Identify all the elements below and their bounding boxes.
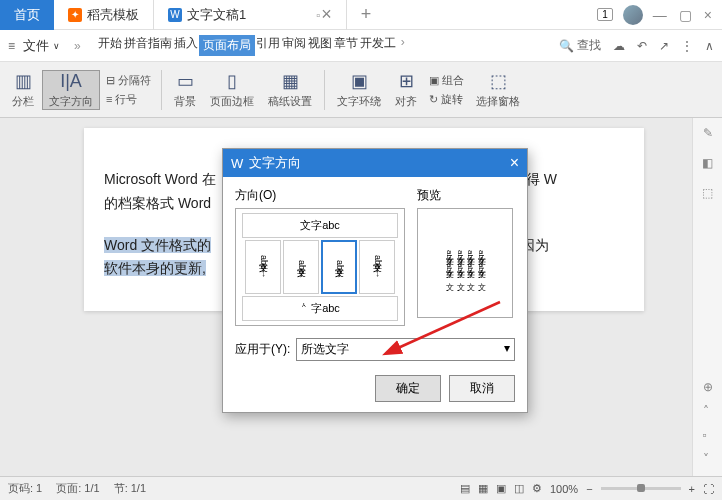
menu-icon[interactable]: ≡ — [8, 39, 15, 53]
orient-bottom[interactable]: ᄉ字abc — [242, 296, 398, 321]
up-icon[interactable]: ˄ — [703, 404, 713, 418]
group-icon: ▣ — [429, 74, 439, 87]
close-icon[interactable]: × — [510, 154, 519, 172]
rotate-button[interactable]: ↻旋转 — [429, 92, 464, 107]
zoom-slider[interactable] — [601, 487, 681, 490]
text: Microsoft Word 在 — [104, 171, 216, 187]
preview-text: 文字abc文字abc文 — [455, 250, 465, 276]
menu-tab-view[interactable]: 视图 — [307, 35, 333, 56]
chevron-down-icon: ▾ — [504, 341, 510, 358]
orient-option-3[interactable]: 文字abc — [321, 240, 357, 294]
preview-label: 预览 — [417, 187, 513, 204]
tab-template[interactable]: ✦ 稻壳模板 — [54, 0, 153, 30]
zoom-value[interactable]: 100% — [550, 483, 578, 495]
edit-icon[interactable]: ✎ — [703, 126, 713, 140]
menu-tab-layout[interactable]: 页面布局 — [199, 35, 255, 56]
palette-icon[interactable]: ◧ — [702, 156, 713, 170]
group-button[interactable]: ▣组合 — [429, 73, 464, 88]
preview-box: 文字abc文字abc文 文字abc文字abc文 文字abc文字abc文 文字ab… — [417, 208, 513, 318]
preview-text: 文字abc文字abc文 — [466, 250, 476, 276]
orient-horizontal[interactable]: 文字abc — [242, 213, 398, 238]
tab-home[interactable]: 首页 — [0, 0, 54, 30]
apply-select[interactable]: 所选文字 ▾ — [296, 338, 515, 361]
background-button[interactable]: ▭ 背景 — [168, 70, 202, 109]
settings-icon[interactable]: ⚙ — [532, 482, 542, 495]
search-label: 查找 — [577, 37, 601, 54]
dialog-titlebar[interactable]: W 文字方向 × — [223, 149, 527, 177]
align-button[interactable]: ⊞ 对齐 — [389, 70, 423, 109]
page-border-button[interactable]: ▯ 页面边框 — [204, 70, 260, 109]
apply-value: 所选文字 — [301, 341, 349, 358]
menu-tab-review[interactable]: 审阅 — [281, 35, 307, 56]
orientation-group: 文字abc 文字abc→ 文字abc 文字abc 文字abc→ ᄉ字abc — [235, 208, 405, 326]
cloud-icon[interactable]: ☁ — [613, 39, 625, 53]
new-tab-button[interactable]: + — [347, 0, 386, 30]
zoom-in-icon[interactable]: + — [689, 483, 695, 495]
columns-icon: ▥ — [15, 70, 32, 92]
text-direction-button[interactable]: I|A 文字方向 — [42, 70, 100, 110]
menu-tab-pinyin[interactable]: 拼音指南 — [123, 35, 173, 56]
text-wrap-button[interactable]: ▣ 文字环绕 — [331, 70, 387, 109]
maximize-icon[interactable]: ▢ — [679, 7, 692, 23]
status-pages[interactable]: 页面: 1/1 — [56, 481, 99, 496]
selected-text: Word 文件格式的 — [104, 237, 211, 253]
orient-option-2[interactable]: 文字abc — [283, 240, 319, 294]
status-section[interactable]: 节: 1/1 — [114, 481, 146, 496]
orient-option-4[interactable]: 文字abc→ — [359, 240, 395, 294]
view-icon[interactable]: ▦ — [478, 482, 488, 495]
search-button[interactable]: 🔍 查找 — [559, 37, 601, 54]
ribbon-label: 选择窗格 — [476, 94, 520, 109]
close-icon[interactable]: × — [321, 4, 332, 25]
notification-badge[interactable]: 1 — [597, 8, 613, 21]
menu-tab-dev[interactable]: 开发工 — [359, 35, 397, 56]
undo-icon[interactable]: ↶ — [637, 39, 647, 53]
zoom-out-icon[interactable]: − — [586, 483, 592, 495]
menubar: ≡ 文件 ∨ » 开始 拼音指南 插入 页面布局 引用 审阅 视图 章节 开发工… — [0, 30, 722, 62]
page-icon[interactable]: ▫ — [703, 428, 713, 442]
overflow-icon[interactable]: » — [68, 39, 87, 53]
collapse-icon[interactable]: ∧ — [705, 39, 714, 53]
align-icon: ⊞ — [399, 70, 414, 92]
columns-button[interactable]: ▥ 分栏 — [6, 70, 40, 109]
share-icon[interactable]: ↗ — [659, 39, 669, 53]
menu-tab-section[interactable]: 章节 — [333, 35, 359, 56]
selection-pane-button[interactable]: ⬚ 选择窗格 — [470, 70, 526, 109]
close-window-icon[interactable]: × — [704, 7, 712, 23]
fullscreen-icon[interactable]: ⛶ — [703, 483, 714, 495]
text-direction-dialog: W 文字方向 × 方向(O) 文字abc 文字abc→ 文字abc 文字abc … — [222, 148, 528, 413]
down-icon[interactable]: ˅ — [703, 452, 713, 466]
paper-setup-button[interactable]: ▦ 稿纸设置 — [262, 70, 318, 109]
preview-text: 文字abc文字abc文 — [444, 250, 454, 276]
jump-icon[interactable]: ⊕ — [703, 380, 713, 394]
separator-icon: ⊟ — [106, 74, 115, 87]
ribbon: ▥ 分栏 I|A 文字方向 ⊟分隔符 ≡行号 ▭ 背景 ▯ 页面边框 ▦ 稿纸设… — [0, 62, 722, 118]
menu-tab-insert[interactable]: 插入 — [173, 35, 199, 56]
more-icon[interactable]: ⋮ — [681, 39, 693, 53]
minimize-icon[interactable]: — — [653, 7, 667, 23]
view-icon[interactable]: ▤ — [460, 482, 470, 495]
search-icon: 🔍 — [559, 39, 574, 53]
ribbon-label: 文字方向 — [49, 94, 93, 109]
separator-button[interactable]: ⊟分隔符 — [106, 73, 151, 88]
view-icon[interactable]: ◫ — [514, 482, 524, 495]
line-number-icon: ≡ — [106, 93, 112, 105]
avatar[interactable] — [623, 5, 643, 25]
statusbar: 页码: 1 页面: 1/1 节: 1/1 ▤ ▦ ▣ ◫ ⚙ 100% − + … — [0, 476, 722, 500]
ribbon-label: 组合 — [442, 73, 464, 88]
tab-options-icon[interactable]: ▫ — [316, 9, 320, 21]
orient-option-1[interactable]: 文字abc→ — [245, 240, 281, 294]
ok-button[interactable]: 确定 — [375, 375, 441, 402]
doc-icon: W — [168, 8, 182, 22]
tab-document[interactable]: W 文字文稿1 ▫ × — [153, 0, 347, 30]
line-numbers-button[interactable]: ≡行号 — [106, 92, 151, 107]
menu-tab-start[interactable]: 开始 — [97, 35, 123, 56]
file-menu[interactable]: 文件 ∨ — [17, 37, 66, 55]
view-icon[interactable]: ▣ — [496, 482, 506, 495]
status-page-num[interactable]: 页码: 1 — [8, 481, 42, 496]
menu-tab-reference[interactable]: 引用 — [255, 35, 281, 56]
cancel-button[interactable]: 取消 — [449, 375, 515, 402]
overflow-icon[interactable]: › — [397, 35, 409, 56]
selected-text: 软件本身的更新, — [104, 260, 206, 276]
ribbon-label: 对齐 — [395, 94, 417, 109]
select-icon[interactable]: ⬚ — [702, 186, 713, 200]
